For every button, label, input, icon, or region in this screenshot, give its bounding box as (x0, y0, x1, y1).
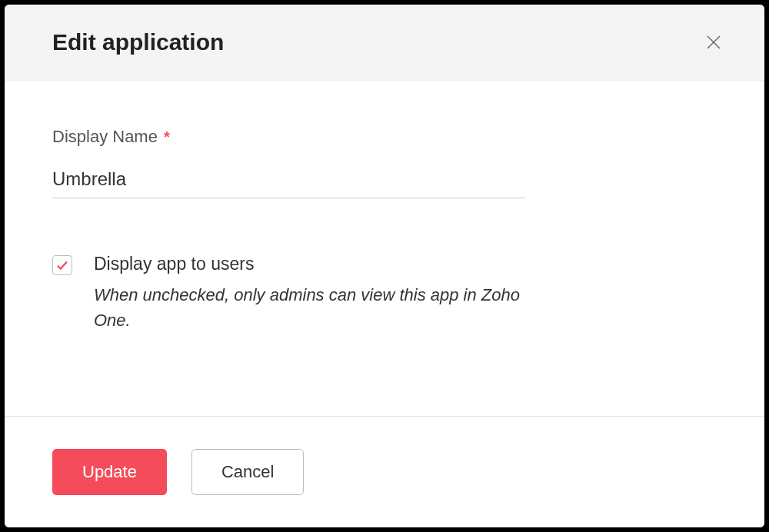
close-icon (704, 33, 723, 52)
modal-title: Edit application (52, 29, 224, 55)
checkbox-text-block: Display app to users When unchecked, onl… (94, 254, 524, 333)
required-asterisk-icon: * (164, 128, 170, 146)
display-to-users-helper: When unchecked, only admins can view thi… (94, 282, 524, 333)
display-name-input[interactable] (52, 164, 525, 198)
modal-header: Edit application (5, 5, 764, 81)
display-name-label-text: Display Name (52, 127, 158, 147)
display-name-label: Display Name * (52, 127, 717, 147)
modal-footer: Update Cancel (5, 416, 764, 527)
modal-body: Display Name * Display app to users When… (5, 81, 764, 416)
display-to-users-group: Display app to users When unchecked, onl… (52, 254, 717, 333)
edit-application-modal: Edit application Display Name * (5, 5, 764, 527)
checkmark-icon (55, 258, 69, 272)
display-to-users-label: Display app to users (94, 254, 524, 274)
display-to-users-checkbox[interactable] (52, 255, 72, 275)
cancel-button[interactable]: Cancel (191, 449, 304, 495)
checkbox-wrapper (52, 254, 72, 275)
update-button[interactable]: Update (52, 449, 167, 495)
close-button[interactable] (701, 30, 726, 55)
